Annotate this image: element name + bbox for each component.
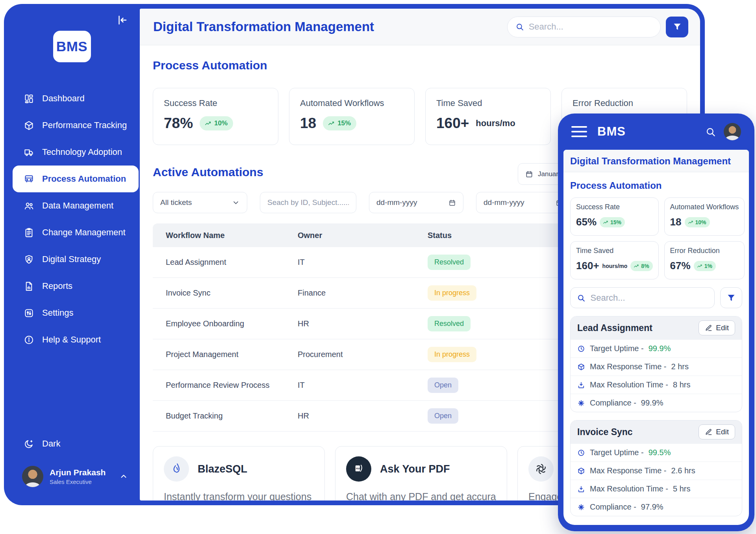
integration-title: BlazeSQL — [198, 463, 247, 475]
sidebar-item-label: Process Automation — [42, 174, 126, 184]
automation-card-title: Invoice Sync — [577, 427, 633, 437]
search-input[interactable] — [529, 22, 652, 32]
filter-button[interactable] — [666, 17, 688, 37]
date-from-placeholder: dd-mm-yyyy — [376, 198, 417, 207]
pdf-icon: PDF — [346, 456, 371, 482]
trend-up-icon — [634, 264, 639, 268]
package-icon — [577, 363, 585, 371]
col-header-owner: Owner — [298, 231, 428, 240]
metric-row-target-uptime: Target Uptime - 99.5% — [571, 443, 742, 461]
status-badge: Open — [428, 408, 458, 424]
sidebar-item-reports[interactable]: Reports — [4, 273, 140, 300]
search-input-wrapper — [507, 17, 661, 37]
ticket-type-dropdown[interactable]: All tickets — [153, 192, 247, 213]
sliders-icon — [24, 308, 34, 318]
metric-row-max-response-time: Max Response Time - 2 hrs — [571, 357, 742, 376]
mobile-search-input[interactable] — [591, 293, 708, 303]
trend-badge: 15% — [323, 116, 356, 130]
dark-mode-label: Dark — [42, 439, 60, 449]
sidebar-item-help-support[interactable]: Help & Support — [4, 326, 140, 353]
edit-button[interactable]: Edit — [699, 424, 735, 439]
stat-label: Time Saved — [436, 98, 540, 108]
sidebar-item-technology-adoption[interactable]: Technology Adoption — [4, 139, 140, 166]
mobile-search-icon[interactable] — [705, 127, 716, 137]
user-name: Arjun Prakash — [50, 468, 106, 477]
mobile-filter-button[interactable] — [720, 287, 742, 308]
status-badge: Resolved — [428, 316, 471, 331]
edit-pencil-icon — [705, 428, 712, 436]
integration-card-ask-your-pdf[interactable]: PDF Ask Your PDF Chat with any PDF and g… — [335, 446, 507, 501]
search-icon — [515, 22, 524, 32]
cell-workflow-name: Invoice Sync — [153, 288, 298, 298]
mobile-search-row — [570, 287, 742, 308]
info-icon — [24, 335, 34, 345]
cell-workflow-name: Performance Review Process — [153, 381, 298, 390]
automation-card-header: Lead Assignment Edit — [571, 316, 742, 339]
sidebar: BMS Dashboard Performance Tracking Techn… — [4, 4, 140, 505]
status-badge: In progress — [428, 285, 476, 301]
flame-icon — [164, 456, 189, 482]
mobile-stat-error-reduction: Error Reduction 67% 1% — [664, 241, 745, 279]
sidebar-item-label: Help & Support — [42, 335, 101, 345]
sidebar-item-change-management[interactable]: Change Management — [4, 219, 140, 246]
metric-value: 99.9% — [641, 398, 663, 407]
sidebar-item-settings[interactable]: Settings — [4, 300, 140, 326]
sidebar-item-performance-tracking[interactable]: Performance Tracking — [4, 112, 140, 139]
search-icon — [577, 293, 586, 303]
dashboard-icon — [24, 93, 34, 104]
download-icon — [577, 381, 585, 389]
metric-value: 2.6 hrs — [671, 466, 695, 475]
metric-row-max-resolution-time: Max Resolution Time - 5 hrs — [571, 480, 742, 498]
user-info: Arjun Prakash Sales Executive — [50, 468, 106, 485]
stat-value: 18 — [300, 115, 316, 132]
status-badge: Open — [428, 378, 458, 393]
dark-mode-toggle[interactable]: Dark — [4, 432, 140, 456]
cell-owner: IT — [298, 381, 428, 390]
date-to-placeholder: dd-mm-yyyy — [484, 198, 524, 207]
stat-label: Automated Workflows — [300, 98, 404, 108]
bus-icon — [24, 174, 34, 184]
date-to-field[interactable]: dd-mm-yyyy — [476, 192, 571, 213]
trend-badge: 15% — [600, 217, 625, 227]
trend-up-icon — [328, 121, 335, 126]
user-profile[interactable]: Arjun Prakash Sales Executive — [4, 466, 140, 487]
metric-row-compliance: Compliance - 99.9% — [571, 394, 742, 412]
sidebar-item-label: Digital Strategy — [42, 254, 101, 264]
col-header-workflow-name: Workflow Name — [153, 231, 298, 240]
sidebar-item-label: Dashboard — [42, 93, 85, 104]
sidebar-item-data-management[interactable]: Data Management — [4, 192, 140, 219]
stat-value: 78% — [164, 115, 193, 132]
collapse-left-icon — [116, 14, 128, 26]
filter-icon — [726, 293, 736, 303]
sidebar-item-digital-strategy[interactable]: Digital Strategy — [4, 246, 140, 273]
metric-row-compliance: Compliance - 97.9% — [571, 498, 742, 516]
filter-icon — [673, 22, 682, 32]
chevron-down-icon — [232, 199, 240, 207]
trend-up-icon — [205, 121, 211, 126]
trend-badge: 1% — [694, 261, 716, 271]
sidebar-item-dashboard[interactable]: Dashboard — [4, 85, 140, 112]
sidebar-item-process-automation[interactable]: Process Automation — [13, 166, 139, 192]
edit-button[interactable]: Edit — [699, 320, 735, 335]
automation-card-lead-assignment: Lead Assignment Edit Target Uptime - 99.… — [570, 316, 742, 412]
cell-workflow-name: Lead Assignment — [153, 258, 298, 267]
status-badge: Resolved — [428, 255, 471, 270]
integration-card-blazesql[interactable]: BlazeSQL Instantly transform your questi… — [153, 446, 325, 501]
mobile-header: BMS — [558, 113, 754, 150]
sidebar-item-label: Technology Adoption — [42, 147, 122, 157]
shield-user-icon — [24, 254, 34, 265]
mobile-stat-automated-workflows: Automated Workflows 18 10% — [664, 197, 745, 236]
download-icon — [577, 485, 585, 493]
date-from-field[interactable]: dd-mm-yyyy — [369, 192, 463, 213]
sidebar-collapse-button[interactable] — [116, 14, 128, 26]
stat-label: Error Reduction — [573, 98, 676, 108]
cell-owner: HR — [298, 319, 428, 328]
table-search-input[interactable] — [267, 198, 349, 207]
cell-owner: HR — [298, 411, 428, 421]
hamburger-menu-icon[interactable] — [571, 126, 587, 137]
top-actions — [507, 17, 688, 37]
top-bar: Digital Transformation Management — [140, 9, 700, 45]
mobile-stats-grid: Success Rate 65% 15% Automated Workflows… — [570, 197, 742, 279]
mobile-avatar[interactable] — [724, 123, 741, 140]
sidebar-item-label: Reports — [42, 281, 72, 291]
